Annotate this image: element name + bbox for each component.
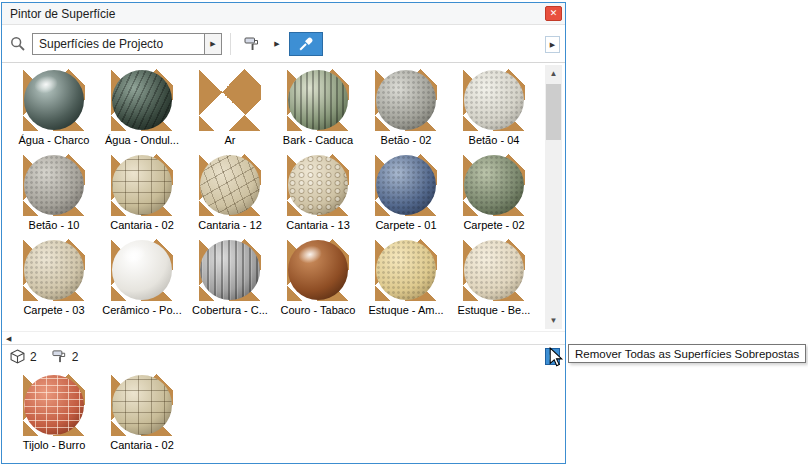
surface-set-combo: ▶ (32, 33, 222, 55)
paint-mode-button[interactable] (239, 32, 265, 56)
overrides-flyout-arrow-icon: ▶ (550, 353, 555, 360)
material-sphere (112, 70, 172, 130)
material-item[interactable]: Betão - 10 (10, 154, 98, 239)
titlebar: Pintor de Superfície ✕ (2, 3, 565, 25)
surfaces-count: 2 (72, 350, 79, 364)
overrides-grid: Tijolo - BurroCantaria - 02 (2, 368, 545, 459)
elements-cube-icon (10, 349, 25, 364)
material-item[interactable]: Cantaria - 13 (274, 154, 362, 239)
material-thumbnail (287, 239, 349, 301)
material-item[interactable]: Betão - 04 (450, 69, 538, 154)
material-label: Cantaria - 02 (98, 219, 186, 231)
material-sphere (464, 240, 524, 300)
material-sphere (24, 155, 84, 215)
material-thumbnail (111, 239, 173, 301)
material-sphere (376, 70, 436, 130)
material-item[interactable]: Betão - 02 (362, 69, 450, 154)
surface-set-dropdown-button[interactable]: ▶ (204, 33, 222, 55)
material-sphere (200, 240, 260, 300)
material-sphere (112, 240, 172, 300)
material-sphere (24, 240, 84, 300)
project-surfaces-list: Água - CharcoÁgua - Ondul...ArBark - Cad… (2, 63, 565, 331)
collapse-panel-icon[interactable]: ◀ (6, 335, 11, 342)
material-label: Cantaria - 13 (274, 219, 362, 231)
material-thumbnail (199, 154, 261, 216)
overrides-flyout-button[interactable]: ▶ (545, 348, 560, 365)
scrollbar-thumb[interactable] (546, 84, 561, 140)
vertical-scrollbar[interactable]: ▲ ▼ (545, 65, 562, 329)
screen: Pintor de Superfície ✕ ▶ ▶ ▶ Água - Char… (0, 0, 808, 467)
material-label: Bark - Caduca (274, 134, 362, 146)
material-label: Água - Charco (10, 134, 98, 146)
material-sphere (288, 155, 348, 215)
material-sphere (24, 375, 84, 435)
scroll-up-button[interactable]: ▲ (545, 65, 562, 82)
material-item[interactable]: Estuque - Am... (362, 239, 450, 324)
material-item[interactable]: Cobertura - C... (186, 239, 274, 324)
eyedropper-icon (298, 36, 314, 52)
material-sphere (464, 155, 524, 215)
material-sphere (200, 155, 260, 215)
material-label: Carpete - 03 (10, 304, 98, 316)
material-thumbnail (375, 154, 437, 216)
material-thumbnail (23, 239, 85, 301)
material-sphere (112, 375, 172, 435)
material-item[interactable]: Cantaria - 02 (98, 154, 186, 239)
material-label: Betão - 02 (362, 134, 450, 146)
material-item[interactable]: Estuque - Be... (450, 239, 538, 324)
material-thumbnail (199, 239, 261, 301)
material-label: Betão - 04 (450, 134, 538, 146)
material-label: Carpete - 01 (362, 219, 450, 231)
close-icon: ✕ (550, 9, 558, 18)
scroll-down-icon: ▼ (550, 316, 558, 325)
material-item[interactable]: Bark - Caduca (274, 69, 362, 154)
scroll-down-button[interactable]: ▼ (545, 312, 562, 329)
material-thumbnail (111, 69, 173, 131)
materials-grid: Água - CharcoÁgua - Ondul...ArBark - Cad… (2, 63, 565, 324)
material-label: Estuque - Be... (450, 304, 538, 316)
flyout-arrow-icon: ▶ (274, 40, 279, 47)
paint-roller-icon (244, 36, 260, 52)
material-item[interactable]: Cerâmico - Po... (98, 239, 186, 324)
surface-painter-window: Pintor de Superfície ✕ ▶ ▶ ▶ Água - Char… (1, 2, 566, 464)
toolbar-divider (230, 33, 231, 55)
material-label: Cerâmico - Po... (98, 304, 186, 316)
surfaces-roller-icon (52, 349, 67, 364)
material-thumbnail (287, 69, 349, 131)
panel-splitter[interactable]: ◀ (2, 331, 565, 344)
paint-mode-flyout-button[interactable]: ▶ (271, 32, 283, 56)
material-label: Água - Ondul... (98, 134, 186, 146)
material-thumbnail (23, 374, 85, 436)
scroll-up-icon: ▲ (550, 69, 558, 78)
material-label: Estuque - Am... (362, 304, 450, 316)
search-icon (10, 36, 26, 52)
material-item[interactable]: Couro - Tabaco (274, 239, 362, 324)
material-item[interactable]: Cantaria - 12 (186, 154, 274, 239)
eyedropper-button[interactable] (289, 32, 323, 56)
toolbar-flyout-button[interactable]: ▶ (545, 36, 560, 53)
elements-count: 2 (30, 350, 37, 364)
material-item[interactable]: Carpete - 02 (450, 154, 538, 239)
dropdown-arrow-icon: ▶ (210, 40, 215, 47)
material-thumbnail (287, 154, 349, 216)
tooltip: Remover Todas as Superfícies Sobrepostas (568, 344, 806, 363)
material-label: Cobertura - C... (186, 304, 274, 316)
material-item[interactable]: Água - Ondul... (98, 69, 186, 154)
material-label: Cantaria - 02 (98, 439, 186, 451)
material-item[interactable]: Cantaria - 02 (98, 374, 186, 459)
material-sphere (24, 70, 84, 130)
material-label: Couro - Tabaco (274, 304, 362, 316)
material-item[interactable]: Água - Charco (10, 69, 98, 154)
close-button[interactable]: ✕ (545, 6, 562, 21)
material-item[interactable]: Carpete - 03 (10, 239, 98, 324)
surface-set-input[interactable] (32, 33, 204, 55)
material-sphere (112, 155, 172, 215)
material-item[interactable]: Ar (186, 69, 274, 154)
material-item[interactable]: Carpete - 01 (362, 154, 450, 239)
material-sphere (288, 240, 348, 300)
material-item[interactable]: Tijolo - Burro (10, 374, 98, 459)
material-label: Carpete - 02 (450, 219, 538, 231)
material-thumbnail (463, 154, 525, 216)
material-sphere (288, 70, 348, 130)
material-sphere (376, 155, 436, 215)
